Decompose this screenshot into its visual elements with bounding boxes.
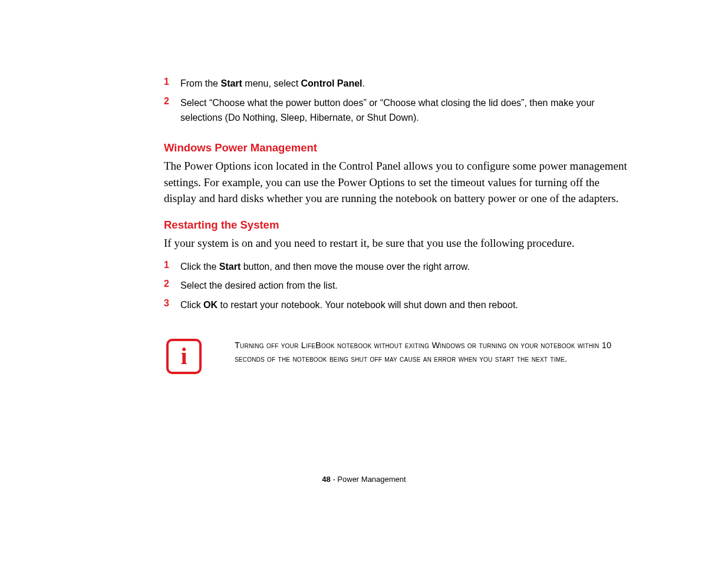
list-item-text: Select the desired action from the list.: [180, 279, 338, 293]
info-icon-letter: i: [180, 345, 187, 368]
list-item: 1From the Start menu, select Control Pan…: [164, 77, 628, 91]
list-item: 1Click the Start button, and then move t…: [164, 260, 628, 275]
section-body-restarting: If your system is on and you need to res…: [164, 235, 628, 252]
list-item: 2Select “Choose what the power button do…: [164, 96, 628, 125]
list-item: 3Click OK to restart your notebook. Your…: [164, 298, 628, 313]
list-item-number: 2: [164, 279, 180, 289]
info-icon-box: i: [166, 339, 202, 374]
section-heading-restarting: Restarting the System: [164, 219, 628, 232]
list-item: 2Select the desired action from the list…: [164, 279, 628, 293]
list-item-number: 2: [164, 96, 180, 107]
info-text: Turning off your LifeBook notebook witho…: [235, 339, 628, 366]
footer-title: Power Management: [337, 475, 406, 484]
numbered-list-2: 1Click the Start button, and then move t…: [164, 260, 628, 313]
section-body-power-management: The Power Options icon located in the Co…: [164, 158, 628, 207]
list-item-number: 1: [164, 260, 180, 270]
page-footer: 48 - Power Management: [0, 475, 728, 484]
section-heading-power-management: Windows Power Management: [164, 141, 628, 154]
list-item-number: 1: [164, 77, 180, 87]
page-number: 48: [322, 475, 330, 484]
list-item-text: Click the Start button, and then move th…: [180, 260, 470, 275]
info-icon: i: [166, 339, 202, 374]
list-item-text: Select “Choose what the power button doe…: [180, 96, 628, 125]
footer-sep: -: [331, 475, 338, 484]
info-callout: i Turning off your LifeBook notebook wit…: [164, 339, 628, 374]
list-item-text: Click OK to restart your notebook. Your …: [180, 298, 518, 313]
list-item-number: 3: [164, 298, 180, 309]
document-page: 1From the Start menu, select Control Pan…: [0, 0, 728, 562]
numbered-list-1: 1From the Start menu, select Control Pan…: [164, 77, 628, 125]
list-item-text: From the Start menu, select Control Pane…: [180, 77, 365, 91]
